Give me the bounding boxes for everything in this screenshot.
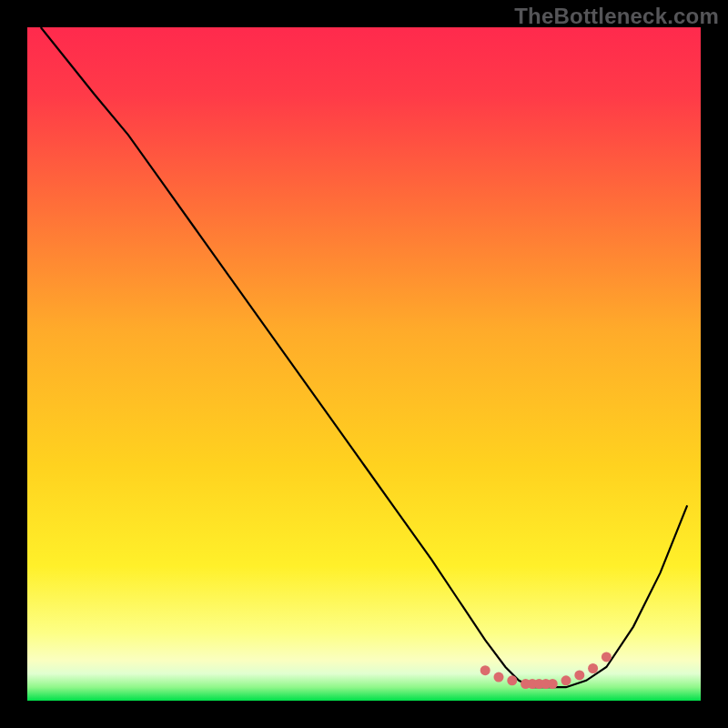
gradient-background [27,27,701,701]
optimal-marker [494,672,504,682]
chart-container: TheBottleneck.com [0,0,728,728]
chart-svg [0,0,728,728]
watermark-label: TheBottleneck.com [514,4,719,29]
optimal-marker [602,652,612,662]
optimal-marker [574,670,584,680]
optimal-marker [507,675,517,685]
plot-area [27,27,701,701]
optimal-marker [548,679,558,689]
optimal-marker [588,663,598,673]
optimal-marker [480,665,490,675]
optimal-marker [561,675,571,685]
